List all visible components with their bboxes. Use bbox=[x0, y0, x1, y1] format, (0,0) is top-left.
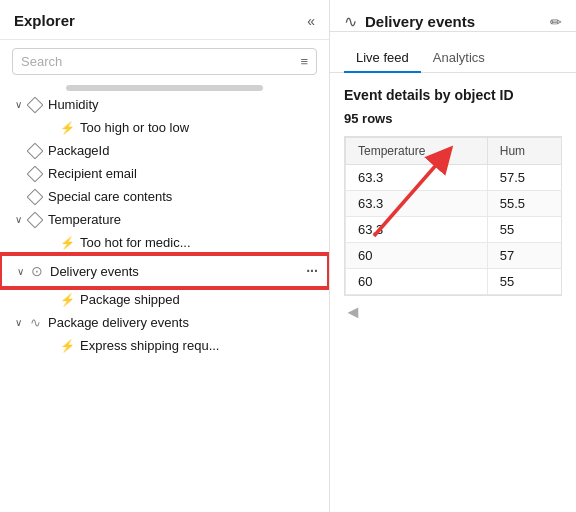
tree-item-label: Express shipping requ... bbox=[80, 338, 319, 353]
right-content: Event details by object ID 95 rows Tempe… bbox=[330, 73, 576, 512]
diamond-icon bbox=[26, 214, 44, 226]
rows-count: 95 rows bbox=[344, 111, 562, 126]
tree-item-label: Delivery events bbox=[50, 264, 301, 279]
table-cell: 55 bbox=[487, 217, 562, 243]
tree-item-label: Package delivery events bbox=[48, 315, 319, 330]
chevron-icon: ∨ bbox=[10, 214, 26, 225]
scroll-hint: ◄ bbox=[344, 296, 562, 323]
package-icon: ∿ bbox=[26, 315, 44, 330]
lightning-icon: ⚡ bbox=[58, 236, 76, 250]
right-panel-title: Delivery events bbox=[365, 13, 542, 30]
tree-item-label: Package shipped bbox=[80, 292, 319, 307]
table-cell: 60 bbox=[346, 269, 488, 295]
delivery-icon: ∿ bbox=[344, 12, 357, 31]
table-cell: 55 bbox=[487, 269, 562, 295]
table-cell: 63.3 bbox=[346, 191, 488, 217]
tree-item-label: Special care contents bbox=[48, 189, 319, 204]
tree-item-special-care[interactable]: Special care contents bbox=[0, 185, 329, 208]
table-cell: 63.3 bbox=[346, 165, 488, 191]
lightning-icon: ⚡ bbox=[58, 293, 76, 307]
tab-analytics[interactable]: Analytics bbox=[421, 44, 497, 73]
tab-bar: Live feed Analytics bbox=[330, 36, 576, 73]
col-header-hum: Hum bbox=[487, 138, 562, 165]
tree-item-packageid[interactable]: PackageId bbox=[0, 139, 329, 162]
tree-item-package-shipped[interactable]: ⚡ Package shipped bbox=[0, 288, 329, 311]
section-title: Event details by object ID bbox=[344, 87, 562, 103]
data-table-wrapper[interactable]: Temperature Hum 63.357.563.355.563.35560… bbox=[344, 136, 562, 296]
tree-container: ∨ Humidity ⚡ Too high or too low Package… bbox=[0, 91, 329, 512]
edit-icon[interactable]: ✏ bbox=[550, 14, 562, 30]
data-table: Temperature Hum 63.357.563.355.563.35560… bbox=[345, 137, 562, 295]
tree-item-label: Recipient email bbox=[48, 166, 319, 181]
lightning-icon: ⚡ bbox=[58, 121, 76, 135]
diamond-icon bbox=[26, 191, 44, 203]
tree-item-temperature-alert[interactable]: ⚡ Too hot for medic... bbox=[0, 231, 329, 254]
search-bar[interactable]: ≡ bbox=[12, 48, 317, 75]
table-row: 63.357.5 bbox=[346, 165, 563, 191]
collapse-button[interactable]: « bbox=[307, 13, 315, 29]
col-header-temperature: Temperature bbox=[346, 138, 488, 165]
table-row: 6055 bbox=[346, 269, 563, 295]
table-cell: 60 bbox=[346, 243, 488, 269]
explorer-panel: Explorer « ≡ ∨ Humidity ⚡ Too high or to… bbox=[0, 0, 330, 512]
chevron-icon: ∨ bbox=[10, 99, 26, 110]
right-panel: ∿ Delivery events ✏ Live feed Analytics … bbox=[330, 0, 576, 512]
ellipsis-button[interactable]: ··· bbox=[301, 260, 323, 282]
filter-icon[interactable]: ≡ bbox=[300, 54, 308, 69]
diamond-icon bbox=[26, 99, 44, 111]
table-cell: 63.3 bbox=[346, 217, 488, 243]
tree-item-label: PackageId bbox=[48, 143, 319, 158]
lightning-icon: ⚡ bbox=[58, 339, 76, 353]
tree-item-humidity[interactable]: ∨ Humidity bbox=[0, 93, 329, 116]
table-row: 6057 bbox=[346, 243, 563, 269]
tree-item-delivery-events[interactable]: ∨ ⊙ Delivery events ··· bbox=[0, 254, 329, 288]
tree-item-humidity-alert[interactable]: ⚡ Too high or too low bbox=[0, 116, 329, 139]
diamond-icon bbox=[26, 145, 44, 157]
circle-refresh-icon: ⊙ bbox=[28, 263, 46, 279]
tree-item-label: Too high or too low bbox=[80, 120, 319, 135]
right-header: ∿ Delivery events ✏ bbox=[330, 0, 576, 32]
tree-item-label: Humidity bbox=[48, 97, 319, 112]
explorer-header: Explorer « bbox=[0, 0, 329, 40]
tree-item-express-shipping[interactable]: ⚡ Express shipping requ... bbox=[0, 334, 329, 357]
tree-item-package-delivery[interactable]: ∨ ∿ Package delivery events bbox=[0, 311, 329, 334]
diamond-icon bbox=[26, 168, 44, 180]
table-row: 63.355.5 bbox=[346, 191, 563, 217]
tree-item-recipient-email[interactable]: Recipient email bbox=[0, 162, 329, 185]
tab-livefeed[interactable]: Live feed bbox=[344, 44, 421, 73]
table-row: 63.355 bbox=[346, 217, 563, 243]
search-input[interactable] bbox=[21, 54, 294, 69]
annotation-container: Temperature Hum 63.357.563.355.563.35560… bbox=[344, 136, 562, 296]
tree-item-label: Temperature bbox=[48, 212, 319, 227]
tree-item-label: Too hot for medic... bbox=[80, 235, 319, 250]
table-cell: 55.5 bbox=[487, 191, 562, 217]
tree-item-temperature[interactable]: ∨ Temperature bbox=[0, 208, 329, 231]
chevron-icon: ∨ bbox=[12, 266, 28, 277]
table-cell: 57.5 bbox=[487, 165, 562, 191]
table-cell: 57 bbox=[487, 243, 562, 269]
chevron-icon: ∨ bbox=[10, 317, 26, 328]
explorer-title: Explorer bbox=[14, 12, 75, 29]
